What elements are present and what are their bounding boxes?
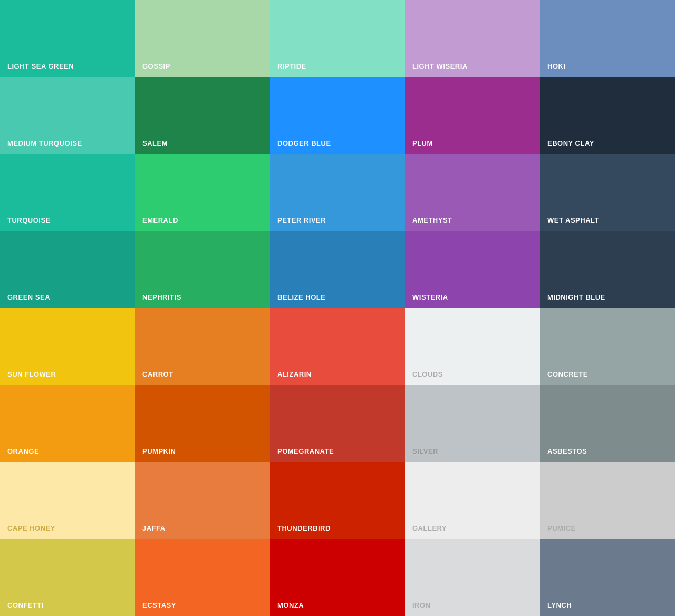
color-label: PUMPKIN xyxy=(142,447,176,456)
color-label: AMETHYST xyxy=(412,216,452,225)
color-label: HOKI xyxy=(547,62,566,71)
color-cell[interactable]: CONFETTI xyxy=(0,539,135,616)
color-label: MIDNIGHT BLUE xyxy=(547,293,605,302)
color-cell[interactable]: TURQUOISE xyxy=(0,154,135,231)
color-cell[interactable]: MONZA xyxy=(270,539,405,616)
color-label: CONFETTI xyxy=(7,601,44,610)
color-label: MEDIUM TURQUOISE xyxy=(7,139,82,148)
color-cell[interactable]: EBONY CLAY xyxy=(540,77,675,154)
color-label: WISTERIA xyxy=(412,293,448,302)
color-cell[interactable]: JAFFA xyxy=(135,462,270,539)
color-cell[interactable]: POMEGRANATE xyxy=(270,385,405,462)
color-label: GALLERY xyxy=(412,524,447,533)
color-cell[interactable]: PLUM xyxy=(405,77,540,154)
color-cell[interactable]: SILVER xyxy=(405,385,540,462)
color-label: CLOUDS xyxy=(412,370,443,379)
color-cell[interactable]: NEPHRITIS xyxy=(135,231,270,308)
color-label: GREEN SEA xyxy=(7,293,50,302)
color-label: IRON xyxy=(412,601,431,610)
color-label: PLUM xyxy=(412,139,433,148)
color-cell[interactable]: CAPE HONEY xyxy=(0,462,135,539)
color-cell[interactable]: PUMICE xyxy=(540,462,675,539)
color-label: LYNCH xyxy=(547,601,572,610)
color-cell[interactable]: RIPTIDE xyxy=(270,0,405,77)
color-cell[interactable]: CARROT xyxy=(135,308,270,385)
color-label: LIGHT WISERIA xyxy=(412,62,468,71)
color-label: EMERALD xyxy=(142,216,178,225)
color-cell[interactable]: CONCRETE xyxy=(540,308,675,385)
color-cell[interactable]: LYNCH xyxy=(540,539,675,616)
color-label: DODGER BLUE xyxy=(277,139,331,148)
color-label: THUNDERBIRD xyxy=(277,524,331,533)
color-cell[interactable]: GOSSIP xyxy=(135,0,270,77)
color-label: SILVER xyxy=(412,447,438,456)
color-cell[interactable]: THUNDERBIRD xyxy=(270,462,405,539)
color-cell[interactable]: MEDIUM TURQUOISE xyxy=(0,77,135,154)
color-label: PUMICE xyxy=(547,524,576,533)
color-label: SUN FLOWER xyxy=(7,370,56,379)
color-label: RIPTIDE xyxy=(277,62,306,71)
color-cell[interactable]: MIDNIGHT BLUE xyxy=(540,231,675,308)
color-label: SALEM xyxy=(142,139,168,148)
color-cell[interactable]: WET ASPHALT xyxy=(540,154,675,231)
color-cell[interactable]: DODGER BLUE xyxy=(270,77,405,154)
color-cell[interactable]: LIGHT WISERIA xyxy=(405,0,540,77)
color-cell[interactable]: CLOUDS xyxy=(405,308,540,385)
color-label: ASBESTOS xyxy=(547,447,587,456)
color-label: CAPE HONEY xyxy=(7,524,55,533)
color-label: LIGHT SEA GREEN xyxy=(7,62,74,71)
color-label: GOSSIP xyxy=(142,62,170,71)
color-label: EBONY CLAY xyxy=(547,139,594,148)
color-label: MONZA xyxy=(277,601,304,610)
color-label: BELIZE HOLE xyxy=(277,293,325,302)
color-cell[interactable]: ORANGE xyxy=(0,385,135,462)
color-label: POMEGRANATE xyxy=(277,447,334,456)
color-label: ALIZARIN xyxy=(277,370,312,379)
color-cell[interactable]: SUN FLOWER xyxy=(0,308,135,385)
color-cell[interactable]: ECSTASY xyxy=(135,539,270,616)
color-cell[interactable]: WISTERIA xyxy=(405,231,540,308)
color-cell[interactable]: LIGHT SEA GREEN xyxy=(0,0,135,77)
color-cell[interactable]: BELIZE HOLE xyxy=(270,231,405,308)
color-cell[interactable]: SALEM xyxy=(135,77,270,154)
color-label: WET ASPHALT xyxy=(547,216,599,225)
color-label: CONCRETE xyxy=(547,370,588,379)
color-cell[interactable]: GALLERY xyxy=(405,462,540,539)
color-cell[interactable]: GREEN SEA xyxy=(0,231,135,308)
color-cell[interactable]: EMERALD xyxy=(135,154,270,231)
color-cell[interactable]: AMETHYST xyxy=(405,154,540,231)
color-label: NEPHRITIS xyxy=(142,293,181,302)
color-label: TURQUOISE xyxy=(7,216,51,225)
color-cell[interactable]: ASBESTOS xyxy=(540,385,675,462)
color-label: JAFFA xyxy=(142,524,166,533)
color-cell[interactable]: PETER RIVER xyxy=(270,154,405,231)
color-label: ORANGE xyxy=(7,447,39,456)
color-label: PETER RIVER xyxy=(277,216,326,225)
color-grid: LIGHT SEA GREENGOSSIPRIPTIDELIGHT WISERI… xyxy=(0,0,675,616)
color-cell[interactable]: IRON xyxy=(405,539,540,616)
color-cell[interactable]: ALIZARIN xyxy=(270,308,405,385)
color-cell[interactable]: HOKI xyxy=(540,0,675,77)
color-label: ECSTASY xyxy=(142,601,176,610)
color-cell[interactable]: PUMPKIN xyxy=(135,385,270,462)
color-label: CARROT xyxy=(142,370,173,379)
